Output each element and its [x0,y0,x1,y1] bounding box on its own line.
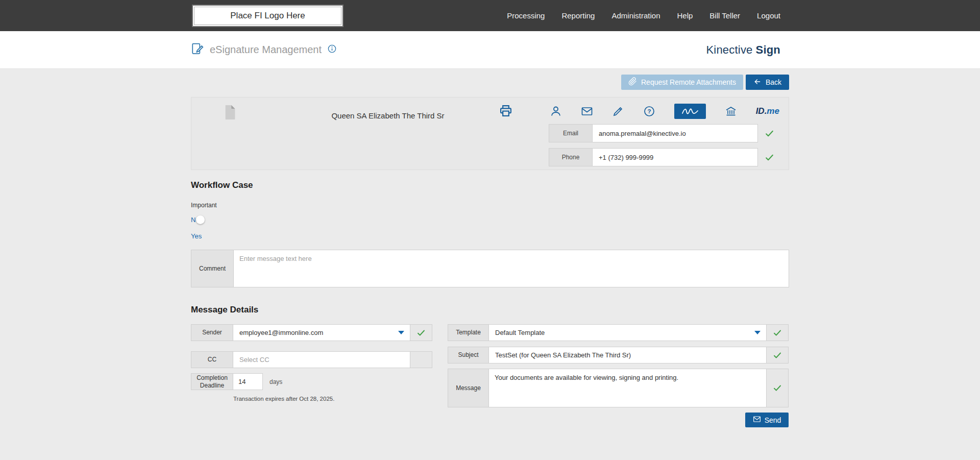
page-title: eSignature Management [210,44,322,56]
nav-administration[interactable]: Administration [611,11,660,20]
comment-row: Comment [191,250,789,287]
cc-input[interactable] [233,351,410,368]
template-valid-check-icon [767,324,789,341]
template-label: Template [448,324,489,341]
expiry-note: Transaction expires after Oct 28, 2025. [233,396,432,402]
signature-pen-icon[interactable] [612,105,624,117]
email-field[interactable]: anoma.premalal@kinective.io [593,124,758,142]
completion-deadline-input[interactable] [233,373,263,390]
important-toggle-no[interactable]: No [191,215,789,224]
document-icon [223,104,237,123]
idme-suffix: me [767,106,779,116]
kba-question-icon[interactable]: ? [643,105,655,117]
template-select[interactable]: Default Template [489,324,767,341]
completion-deadline-row: Completion Deadline days [191,373,432,390]
brand-suffix: Sign [756,43,780,57]
sender-value: employee1@immonline.com [239,329,323,336]
important-toggle-yes[interactable]: Yes [191,232,202,240]
back-button[interactable]: Back [746,75,789,90]
comment-label: Comment [191,250,234,287]
header: eSignature Management Kinective Sign [0,31,980,69]
back-label: Back [766,78,781,86]
kinective-sign-logo: Kinective Sign [706,31,780,68]
fi-logo-placeholder: Place FI Logo Here [192,5,344,27]
email-valid-check-icon [758,124,780,142]
subject-input[interactable] [489,347,767,364]
main-area: Request Remote Attachments Back Queen SA… [0,69,980,460]
phone-label: Phone [549,148,593,166]
idme-logo[interactable]: ID.me [756,106,779,116]
chevron-down-icon [754,331,761,334]
actions-row: Request Remote Attachments Back [191,69,789,90]
details-right-column: Template Default Template Subject [448,324,789,427]
send-label: Send [765,416,781,424]
nav-logout[interactable]: Logout [757,11,780,20]
subject-valid-check-icon [767,347,789,364]
bank-icon[interactable] [725,105,737,117]
print-button[interactable] [499,104,513,119]
paperclip-icon [628,77,637,87]
request-remote-attachments-button[interactable]: Request Remote Attachments [621,75,743,90]
subject-row: Subject [448,347,789,364]
idme-prefix: ID. [756,106,767,116]
important-label: Important [191,202,789,209]
message-label: Message [448,369,489,407]
completion-deadline-label: Completion Deadline [191,373,233,390]
esign-swoosh-icon-active[interactable] [674,104,706,119]
nav-user[interactable]: Bill Teller [709,11,740,20]
sender-row: Sender employee1@immonline.com [191,324,432,341]
cc-row: CC [191,351,432,368]
envelope-icon[interactable] [581,105,593,117]
comment-input[interactable] [234,250,789,287]
subject-label: Subject [448,347,489,364]
message-details-grid: Sender employee1@immonline.com CC Comp [191,324,789,427]
workflow-case-heading: Workflow Case [191,180,789,190]
message-row: Message Your documents are available for… [448,369,789,407]
email-label: Email [549,124,593,142]
template-value: Default Template [495,329,545,336]
sender-select[interactable]: employee1@immonline.com [233,324,410,341]
details-left-column: Sender employee1@immonline.com CC Comp [191,324,432,427]
send-row: Send [448,413,789,427]
message-details-heading: Message Details [191,305,789,315]
top-nav: Processing Reporting Administration Help… [507,0,780,31]
sender-valid-check-icon [410,324,432,341]
message-input[interactable]: Your documents are available for viewing… [489,369,767,407]
info-icon[interactable] [327,44,337,56]
toggle-knob[interactable] [196,215,205,224]
deadline-unit-label: days [270,378,282,385]
phone-valid-check-icon [758,148,780,166]
chevron-down-icon [398,331,404,334]
send-envelope-icon [753,415,761,425]
nav-help[interactable]: Help [677,11,693,20]
back-arrow-icon [753,78,762,87]
phone-field[interactable]: +1 (732) 999-9999 [593,148,758,166]
person-icon[interactable] [550,105,562,117]
message-valid-check-icon [767,369,789,407]
email-row: Email anoma.premalal@kinective.io [549,124,780,142]
nav-processing[interactable]: Processing [507,11,545,20]
request-remote-attachments-label: Request Remote Attachments [641,78,736,86]
recipient-auth-panel: ? ID.me [549,102,780,166]
recipient-card: Queen SA Elizabeth The Third Sr [191,97,789,170]
svg-text:?: ? [647,108,651,114]
template-row: Template Default Template [448,324,789,341]
auth-method-row: ? ID.me [549,102,780,121]
sender-label: Sender [191,324,233,341]
esignature-doc-icon [191,42,204,58]
cc-status-cell [410,351,432,368]
brand-name: Kinective [706,43,752,57]
recipient-name: Queen SA Elizabeth The Third Sr [304,111,472,120]
cc-label: CC [191,351,233,368]
nav-reporting[interactable]: Reporting [561,11,595,20]
topbar: Place FI Logo Here Processing Reporting … [0,0,980,31]
send-button[interactable]: Send [745,413,789,427]
phone-row: Phone +1 (732) 999-9999 [549,148,780,166]
